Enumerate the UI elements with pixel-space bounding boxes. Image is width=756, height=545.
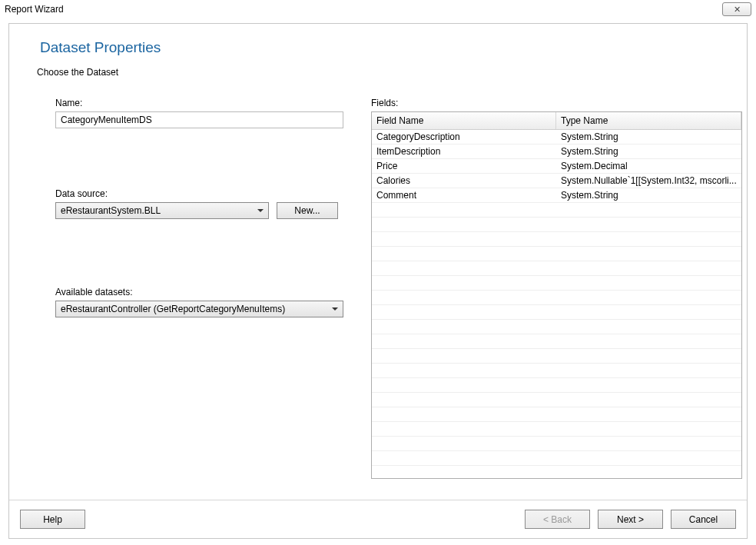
table-row-empty — [372, 364, 741, 378]
available-datasets-label: Available datasets: — [55, 287, 343, 297]
cell-type-name: System.Nullable`1[[System.Int32, mscorli… — [556, 174, 741, 187]
table-row-empty — [372, 349, 741, 364]
table-row[interactable]: CaloriesSystem.Nullable`1[[System.Int32,… — [372, 174, 741, 188]
cell-field-name: ItemDescription — [372, 145, 556, 158]
cancel-button[interactable]: Cancel — [671, 510, 736, 529]
cell-field-name: CategoryDescription — [372, 131, 556, 143]
table-row-empty — [372, 276, 741, 291]
table-row-empty — [372, 407, 741, 422]
available-datasets-value: eRestaurantController (GetReportCategory… — [61, 304, 285, 314]
fields-table-header: Field Name Type Name — [372, 112, 741, 130]
cell-type-name: System.String — [556, 145, 741, 158]
table-row-empty — [372, 218, 741, 232]
datasource-value: eRestaurantSystem.BLL — [61, 205, 161, 216]
cell-type-name: System.Decimal — [556, 160, 741, 172]
table-row[interactable]: ItemDescriptionSystem.String — [372, 145, 741, 159]
footer: Help < Back Next > Cancel — [9, 500, 747, 538]
next-button[interactable]: Next > — [598, 510, 663, 529]
page-title: Dataset Properties — [40, 39, 724, 56]
page-subtitle: Choose the Dataset — [37, 67, 724, 78]
cell-field-name: Calories — [372, 174, 556, 187]
cell-type-name: System.String — [556, 189, 741, 201]
close-icon: ✕ — [734, 5, 741, 15]
cell-field-name: Price — [372, 160, 556, 172]
help-button[interactable]: Help — [20, 510, 85, 529]
table-row-empty — [372, 291, 741, 305]
table-row[interactable]: CategoryDescriptionSystem.String — [372, 130, 741, 145]
datasource-combo[interactable]: eRestaurantSystem.BLL — [55, 202, 269, 219]
fields-label: Fields: — [371, 98, 742, 108]
cell-type-name: System.String — [556, 131, 741, 143]
table-row-empty — [372, 305, 741, 320]
columns: Name: Data source: eRestaurantSystem.BLL… — [40, 98, 724, 479]
table-row-empty — [372, 203, 741, 218]
table-row[interactable]: CommentSystem.String — [372, 188, 741, 203]
table-row-empty — [372, 334, 741, 349]
table-row-empty — [372, 437, 741, 451]
cell-field-name: Comment — [372, 189, 556, 201]
table-row-empty — [372, 378, 741, 393]
table-row-empty — [372, 232, 741, 247]
right-column: Fields: Field Name Type Name CategoryDes… — [371, 98, 742, 479]
report-wizard-window: Report Wizard ✕ Dataset Properties Choos… — [0, 0, 756, 545]
table-row-empty — [372, 393, 741, 407]
titlebar: Report Wizard ✕ — [0, 0, 756, 18]
col-header-type-name[interactable]: Type Name — [556, 112, 741, 129]
fields-table-body: CategoryDescriptionSystem.StringItemDesc… — [372, 130, 741, 478]
table-row-empty — [372, 247, 741, 261]
chevron-down-icon — [332, 307, 338, 311]
table-row-empty — [372, 320, 741, 334]
table-row[interactable]: PriceSystem.Decimal — [372, 159, 741, 174]
name-label: Name: — [55, 98, 343, 108]
window-title: Report Wizard — [5, 4, 64, 15]
available-datasets-combo[interactable]: eRestaurantController (GetReportCategory… — [55, 301, 343, 317]
table-row-empty — [372, 451, 741, 466]
datasource-label: Data source: — [55, 188, 343, 199]
dialog-body: Dataset Properties Choose the Dataset Na… — [8, 23, 748, 539]
left-column: Name: Data source: eRestaurantSystem.BLL… — [55, 98, 343, 479]
new-datasource-button[interactable]: New... — [277, 202, 338, 219]
close-button[interactable]: ✕ — [722, 2, 751, 16]
table-row-empty — [372, 261, 741, 276]
fields-table[interactable]: Field Name Type Name CategoryDescription… — [371, 111, 742, 479]
back-button: < Back — [525, 510, 590, 529]
name-input[interactable] — [55, 111, 343, 128]
table-row-empty — [372, 422, 741, 437]
table-row-empty — [372, 466, 741, 478]
content-area: Dataset Properties Choose the Dataset Na… — [9, 24, 747, 500]
chevron-down-icon — [257, 209, 264, 212]
col-header-field-name[interactable]: Field Name — [372, 112, 556, 129]
